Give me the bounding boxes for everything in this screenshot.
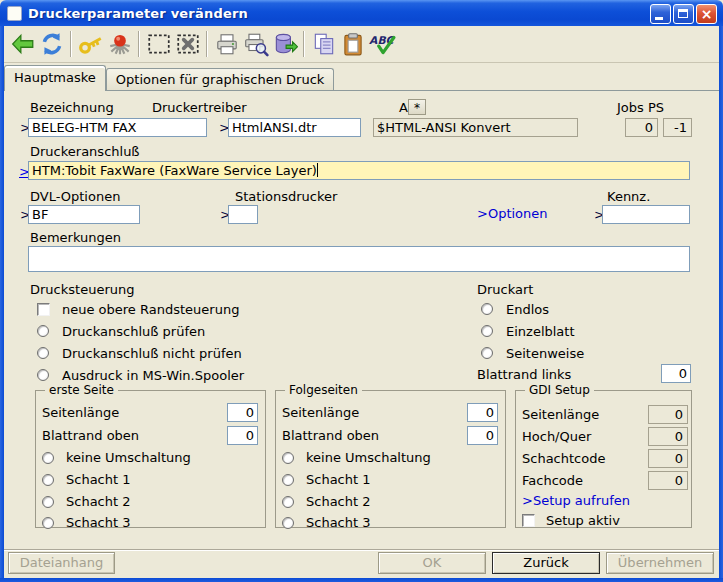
gdi-seitenlaenge-field: 0 [648, 405, 688, 424]
tab-hauptmaske[interactable]: Hauptmaske [4, 65, 106, 91]
drucksteuerung-title: Drucksteuerung [30, 282, 134, 297]
erste-seitenlaenge-input[interactable] [227, 403, 258, 422]
erste-schacht1-radio[interactable] [42, 474, 54, 486]
seitenweise-radio[interactable] [481, 347, 493, 359]
blattrand-links-input[interactable] [661, 364, 691, 383]
gdi-seitenlaenge-label: Seitenlänge [522, 407, 599, 422]
app-icon [7, 6, 22, 21]
erste-seite-title: erste Seite [45, 383, 118, 397]
endlos-label[interactable]: Endlos [506, 302, 549, 317]
uebernehmen-button[interactable]: Übernehmen [606, 552, 714, 574]
dialog-window: Druckerparameter verändern × [0, 0, 723, 582]
folge-schacht3-radio[interactable] [282, 517, 294, 529]
close-icon: × [697, 5, 716, 23]
druckanschluss-nicht-pruefen-radio[interactable] [37, 347, 49, 359]
druckanschluss-pruefen-radio[interactable] [37, 325, 49, 337]
refresh-icon[interactable] [37, 30, 66, 59]
dateianhang-button[interactable]: Dateianhang [8, 552, 115, 574]
folge-schacht2-label[interactable]: Schacht 2 [306, 494, 371, 509]
spellcheck-icon[interactable]: ABC [367, 30, 396, 59]
folge-blattrand-oben-input[interactable] [467, 426, 498, 445]
key-icon[interactable] [76, 30, 105, 59]
database-export-icon[interactable] [270, 30, 299, 59]
selection-box-delete-icon[interactable] [173, 30, 202, 59]
endlos-radio[interactable] [481, 303, 493, 315]
folge-schacht1-label[interactable]: Schacht 1 [306, 472, 371, 487]
gdi-schachtcode-label: Schachtcode [522, 451, 605, 466]
randsteuerung-checkbox[interactable] [37, 303, 50, 316]
window-title: Druckerparameter verändern [28, 6, 248, 21]
window-frame-bottom [0, 578, 723, 582]
druckeranschluss-input[interactable]: HTM:Tobit FaxWare (FaxWare Service Layer… [28, 161, 690, 180]
folge-schacht1-radio[interactable] [282, 474, 294, 486]
zurueck-button[interactable]: Zurück [492, 552, 600, 574]
folge-schacht3-label[interactable]: Schacht 3 [306, 515, 371, 530]
ansi-konvert-field: $HTML-ANSI Konvert [373, 118, 578, 137]
selection-box-icon[interactable] [144, 30, 173, 59]
tab-optionen-graphischer-druck[interactable]: Optionen für graphischen Druck [106, 68, 335, 90]
toolbar-separator [138, 31, 140, 57]
druckertreiber-input[interactable] [228, 118, 361, 137]
ansi-label: A [399, 100, 408, 115]
seitenweise-label[interactable]: Seitenweise [506, 346, 584, 361]
erste-schacht2-radio[interactable] [42, 496, 54, 508]
folge-seitenlaenge-label: Seitenlänge [282, 405, 359, 420]
folge-seitenlaenge-input[interactable] [467, 403, 498, 422]
kennz-label: Kennz. [607, 189, 650, 204]
optionen-link[interactable]: >Optionen [477, 206, 548, 221]
einzelblatt-radio[interactable] [481, 325, 493, 337]
folge-schacht2-radio[interactable] [282, 496, 294, 508]
bezeichnung-input[interactable] [28, 118, 207, 137]
gdi-schachtcode-field: 0 [648, 449, 688, 468]
ms-win-spooler-radio[interactable] [37, 369, 49, 381]
seal-icon[interactable] [105, 30, 134, 59]
ms-win-spooler-label[interactable]: Ausdruck in MS-Win.Spooler [62, 368, 244, 383]
tab-bar: Hauptmaske Optionen für graphischen Druc… [4, 64, 719, 91]
gdi-hoch-quer-field: 0 [648, 427, 688, 446]
erste-schacht3-radio[interactable] [42, 517, 54, 529]
print-icon[interactable] [212, 30, 241, 59]
footer-separator [4, 549, 719, 551]
toolbar-separator [206, 31, 208, 57]
jobs-field: 0 [625, 118, 658, 137]
ok-button[interactable]: OK [378, 552, 486, 574]
setup-aktiv-label[interactable]: Setup aktiv [546, 513, 620, 528]
maximize-icon [678, 9, 688, 18]
back-icon[interactable] [8, 30, 37, 59]
bezeichnung-label: Bezeichnung [30, 100, 114, 115]
maximize-button[interactable] [673, 4, 694, 24]
kennz-input[interactable] [602, 205, 690, 224]
dvl-optionen-input[interactable] [28, 205, 140, 224]
minimize-button[interactable] [650, 4, 671, 24]
setup-aufrufen-link[interactable]: >Setup aufrufen [522, 493, 630, 508]
bemerkungen-input[interactable] [28, 246, 690, 272]
erste-schacht1-label[interactable]: Schacht 1 [66, 472, 131, 487]
erste-blattrand-oben-input[interactable] [227, 426, 258, 445]
paste-icon[interactable] [338, 30, 367, 59]
copy-icon[interactable] [309, 30, 338, 59]
stationsdrucker-label: Stationsdrucker [235, 189, 337, 204]
folge-keine-umschaltung-label[interactable]: keine Umschaltung [306, 450, 431, 465]
erste-schacht3-label[interactable]: Schacht 3 [66, 515, 131, 530]
close-button[interactable]: × [696, 4, 717, 24]
einzelblatt-label[interactable]: Einzelblatt [506, 324, 575, 339]
toolbar-separator [303, 31, 305, 57]
gdi-fachcode-label: Fachcode [522, 473, 583, 488]
folge-keine-umschaltung-radio[interactable] [282, 452, 294, 464]
stationsdrucker-input[interactable] [228, 205, 258, 224]
erste-schacht2-label[interactable]: Schacht 2 [66, 494, 131, 509]
gdi-hoch-quer-label: Hoch/Quer [522, 429, 591, 444]
setup-aktiv-checkbox[interactable] [522, 514, 535, 527]
erste-keine-umschaltung-label[interactable]: keine Umschaltung [66, 450, 191, 465]
druckanschluss-nicht-pruefen-label[interactable]: Druckanschluß nicht prüfen [62, 346, 242, 361]
erste-keine-umschaltung-radio[interactable] [42, 452, 54, 464]
text-caret [317, 163, 318, 177]
ansi-star-button[interactable]: * [408, 99, 426, 115]
folgeseiten-title: Folgeseiten [285, 383, 362, 397]
randsteuerung-label[interactable]: neue obere Randsteuerung [62, 302, 239, 317]
druckanschluss-pruefen-label[interactable]: Druckanschluß prüfen [62, 324, 205, 339]
gdi-fachcode-field: 0 [648, 471, 688, 490]
print-preview-icon[interactable] [241, 30, 270, 59]
titlebar[interactable]: Druckerparameter verändern × [0, 0, 723, 26]
erste-seitenlaenge-label: Seitenlänge [42, 405, 119, 420]
